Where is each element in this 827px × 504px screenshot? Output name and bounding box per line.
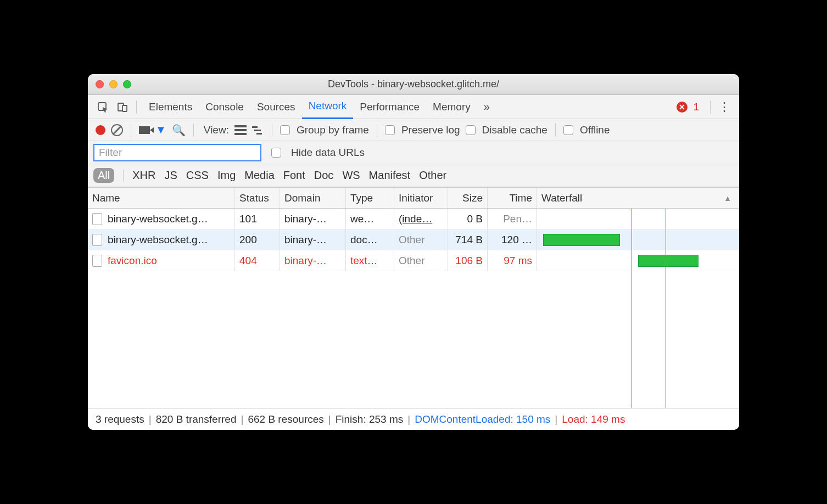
col-name[interactable]: Name [88, 188, 235, 208]
group-by-frame-checkbox[interactable] [280, 125, 290, 135]
tab-performance[interactable]: Performance [353, 95, 426, 119]
category-font[interactable]: Font [283, 169, 305, 182]
col-status[interactable]: Status [235, 188, 280, 208]
search-icon[interactable]: 🔍 [172, 124, 186, 137]
svg-rect-2 [122, 105, 127, 111]
category-media[interactable]: Media [244, 169, 274, 182]
separator [193, 124, 194, 137]
cell-type: doc… [346, 229, 394, 250]
error-badge-icon[interactable]: ✕ [677, 102, 688, 113]
screenshot-icon[interactable] [139, 126, 150, 134]
category-doc[interactable]: Doc [314, 169, 334, 182]
category-js[interactable]: JS [164, 169, 177, 182]
table-row[interactable]: binary-websocket.g…101binary-…we…(inde…0… [88, 209, 739, 229]
cell-size: 106 B [448, 250, 488, 271]
col-waterfall[interactable]: Waterfall [537, 188, 739, 208]
cell-initiator: Other [394, 250, 448, 271]
offline-label: Offline [580, 124, 610, 136]
col-time[interactable]: Time [488, 188, 537, 208]
tab-elements[interactable]: Elements [142, 95, 199, 119]
svg-rect-5 [234, 133, 247, 135]
filter-icon[interactable]: ▼ [155, 124, 166, 136]
separator [136, 100, 137, 114]
more-tabs-icon[interactable]: » [480, 100, 493, 113]
large-rows-icon[interactable] [234, 125, 247, 135]
separator [272, 124, 272, 137]
disable-cache-label: Disable cache [482, 124, 547, 136]
cell-status: 404 [235, 250, 280, 271]
window-title: DevTools - binary-websocket.glitch.me/ [88, 79, 739, 90]
select-element-icon[interactable] [94, 99, 111, 115]
tab-sources[interactable]: Sources [250, 95, 302, 119]
category-xhr[interactable]: XHR [132, 169, 155, 182]
status-transferred: 820 B transferred [156, 413, 237, 425]
cell-initiator: (inde… [394, 209, 448, 229]
svg-rect-7 [254, 130, 261, 131]
panel-tabs: ElementsConsoleSourcesNetworkPerformance… [142, 95, 477, 119]
waterfall-view-icon[interactable] [252, 125, 264, 135]
cell-waterfall [537, 250, 739, 271]
offline-checkbox[interactable] [563, 125, 573, 135]
settings-menu-icon[interactable]: ⋮ [716, 100, 733, 114]
devtools-window: DevTools - binary-websocket.glitch.me/ E… [88, 74, 739, 430]
cell-domain: binary-… [280, 209, 346, 229]
table-row[interactable]: favicon.ico404binary-…text…Other106 B97 … [88, 250, 739, 271]
svg-rect-3 [234, 125, 247, 127]
status-load: Load: 149 ms [562, 413, 625, 425]
tab-memory[interactable]: Memory [426, 95, 477, 119]
zoom-icon[interactable] [123, 80, 131, 88]
cell-size: 0 B [448, 209, 488, 229]
separator [377, 124, 377, 137]
hide-data-urls-checkbox[interactable] [271, 148, 281, 158]
preserve-log-checkbox[interactable] [385, 125, 395, 135]
status-requests: 3 requests [96, 413, 144, 425]
cell-time: 120 … [488, 229, 537, 250]
filter-input[interactable]: Filter [93, 144, 261, 161]
close-icon[interactable] [96, 80, 104, 88]
cell-status: 101 [235, 209, 280, 229]
cell-name: favicon.ico [88, 250, 235, 271]
category-manifest[interactable]: Manifest [369, 169, 411, 182]
category-ws[interactable]: WS [342, 169, 360, 182]
cell-time: 97 ms [488, 250, 537, 271]
file-icon [92, 213, 102, 225]
table-body: binary-websocket.g…101binary-…we…(inde…0… [88, 209, 739, 408]
separator [555, 124, 556, 137]
waterfall-gridline [632, 209, 632, 408]
category-other[interactable]: Other [419, 169, 446, 182]
separator [710, 100, 711, 114]
category-list: XHRJSCSSImgMediaFontDocWSManifestOther [132, 169, 446, 182]
cell-name: binary-websocket.g… [88, 229, 235, 250]
svg-rect-6 [252, 126, 258, 128]
tab-network[interactable]: Network [302, 95, 354, 119]
minimize-icon[interactable] [109, 80, 118, 88]
table-header: Name Status Domain Type Initiator Size T… [88, 188, 739, 209]
titlebar: DevTools - binary-websocket.glitch.me/ [88, 74, 739, 95]
status-domcontentloaded: DOMContentLoaded: 150 ms [415, 413, 550, 425]
separator [131, 124, 131, 137]
category-img[interactable]: Img [217, 169, 236, 182]
col-domain[interactable]: Domain [280, 188, 346, 208]
device-toolbar-icon[interactable] [114, 99, 131, 115]
col-initiator[interactable]: Initiator [394, 188, 448, 208]
category-all[interactable]: All [93, 168, 114, 183]
table-row[interactable]: binary-websocket.g…200binary-…doc…Other7… [88, 229, 739, 250]
svg-rect-4 [234, 129, 247, 131]
col-size[interactable]: Size [448, 188, 488, 208]
tab-console[interactable]: Console [199, 95, 250, 119]
filter-placeholder: Filter [99, 147, 122, 159]
file-icon [92, 255, 102, 267]
clear-icon[interactable] [111, 124, 123, 136]
filter-categories: All XHRJSCSSImgMediaFontDocWSManifestOth… [88, 164, 739, 187]
category-css[interactable]: CSS [186, 169, 209, 182]
network-table: Name Status Domain Type Initiator Size T… [88, 187, 739, 408]
col-type[interactable]: Type [346, 188, 394, 208]
cell-domain: binary-… [280, 229, 346, 250]
record-icon[interactable] [96, 125, 105, 135]
status-resources: 662 B resources [248, 413, 323, 425]
status-bar: 3 requests| 820 B transferred| 662 B res… [88, 408, 739, 430]
disable-cache-checkbox[interactable] [466, 125, 476, 135]
cell-initiator: Other [394, 229, 448, 250]
panel-tabstrip: ElementsConsoleSourcesNetworkPerformance… [88, 95, 739, 119]
group-by-frame-label: Group by frame [297, 124, 369, 136]
